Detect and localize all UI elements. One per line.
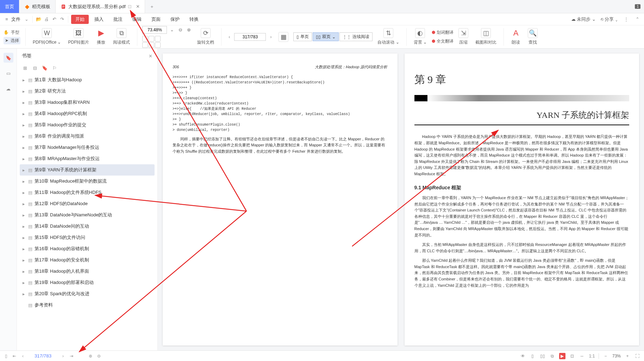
pdf-to-image[interactable]: 🖼PDF转图片: [66, 28, 91, 45]
toc-item[interactable]: ▸▤第4章 Hadoop的RPC机制: [20, 108, 155, 119]
toc-item[interactable]: ▸▤第17章 Hadoop的安全机制: [20, 254, 155, 266]
select-tool[interactable]: ➤选择: [4, 37, 20, 44]
full-translate[interactable]: ⬢全文翻译: [432, 38, 454, 44]
undo-icon[interactable]: ↶: [51, 17, 57, 22]
read-mode[interactable]: ⧉阅读模式: [111, 28, 132, 45]
eye-icon[interactable]: 👁: [520, 354, 526, 359]
first-page-icon[interactable]: ⇤: [12, 354, 17, 359]
hamburger-icon[interactable]: ≡: [4, 17, 10, 22]
play-button[interactable]: ▶播放: [94, 28, 108, 45]
hand-tool[interactable]: ✋手型: [4, 30, 20, 36]
toc-item[interactable]: ▸▤第13章 DataNode与NameNode的互动: [20, 209, 155, 221]
toc-item[interactable]: ▸▤第12章 HDFS的DataNode: [20, 198, 155, 209]
sync-status[interactable]: ☁ 未同步 ⌄: [571, 16, 596, 23]
new-tab-button[interactable]: ＋: [145, 0, 159, 13]
outline-rail-icon[interactable]: ▭: [4, 68, 13, 78]
add-page-icon[interactable]: ⊕: [88, 354, 93, 359]
toc-item[interactable]: ▸▤第19章 Hadoop的部署和启动: [20, 277, 155, 288]
status-collapse-icon[interactable]: ▯: [4, 354, 8, 359]
fit-width-icon[interactable]: ↔: [579, 354, 585, 359]
continuous-button[interactable]: ⋮⋮连续阅读: [339, 32, 373, 41]
more-icon[interactable]: ⋮: [623, 17, 629, 22]
tab-docker-template[interactable]: ◆ 稻壳模板: [19, 0, 56, 13]
redo-icon[interactable]: ↷: [59, 17, 65, 22]
toc-item[interactable]: ▸▤第1章 大数据与Hadoop: [20, 74, 155, 86]
menu-edit[interactable]: 编辑: [128, 15, 146, 24]
toc-item[interactable]: ▸▤第5章 Hadoop作业的提交: [20, 119, 155, 131]
fit-page-icon[interactable]: ⊡: [569, 354, 575, 359]
print-icon[interactable]: 🖨: [43, 17, 50, 22]
toc-item[interactable]: ▸▤第15章 HDFS的文件访问: [20, 232, 155, 243]
tab-pin-icon[interactable]: ⊡: [128, 4, 132, 9]
actual-size-icon[interactable]: 1:1: [589, 354, 595, 359]
zoom-input[interactable]: [142, 26, 167, 34]
pdf-to-office[interactable]: WPDF转Office ⌄: [31, 28, 63, 45]
page-input[interactable]: [234, 33, 266, 41]
toc-item[interactable]: ▸▤第8章 MRAppMaster与作业投运: [20, 153, 155, 164]
background-button[interactable]: ◐背景 ⌄: [412, 28, 429, 45]
remove-bookmark-icon[interactable]: ⊟: [32, 65, 38, 71]
fit-5[interactable]: [149, 42, 154, 48]
fit-3[interactable]: [155, 36, 161, 42]
menu-insert[interactable]: 插入: [90, 15, 108, 24]
zoom-out-status-icon[interactable]: −: [602, 354, 609, 359]
delete-page-icon[interactable]: ⊖: [96, 354, 101, 359]
tab-home[interactable]: 首页: [0, 0, 19, 13]
fit-2[interactable]: [149, 36, 154, 42]
fullscreen-icon[interactable]: ⛶: [634, 354, 640, 359]
single-page-button[interactable]: ▯单页: [293, 32, 312, 41]
view-double-icon[interactable]: ▯▯: [539, 354, 546, 359]
menu-annotate[interactable]: 批注: [109, 15, 127, 24]
thumbnail-button[interactable]: ▦: [276, 32, 290, 42]
caret-up-icon[interactable]: ⌃: [634, 17, 640, 22]
read-aloud[interactable]: A朗读: [509, 28, 523, 45]
notification-badge[interactable]: 1: [635, 4, 640, 9]
last-page-icon[interactable]: ⇥: [69, 354, 74, 359]
bookmark-outline-icon[interactable]: ⚐: [51, 65, 58, 71]
next-page-status-icon[interactable]: ›: [61, 354, 65, 359]
cloud-rail-icon[interactable]: ☁: [4, 84, 13, 94]
prev-page-icon[interactable]: ‹: [226, 34, 232, 39]
find-button[interactable]: 🔍查找: [526, 28, 540, 45]
view-book-icon[interactable]: ⧉: [549, 354, 556, 359]
chevron-down-icon[interactable]: ⌄: [23, 17, 30, 22]
bookmark-rail-icon[interactable]: 🔖: [4, 53, 13, 63]
toc-item[interactable]: ▸▤第18章 Hadoop的人机界面: [20, 266, 155, 277]
rotate-doc[interactable]: ⟳旋转文档: [195, 28, 216, 45]
menu-protect[interactable]: 保护: [166, 15, 184, 24]
compress-button[interactable]: ⇲压缩: [456, 28, 470, 45]
tab-active-pdf[interactable]: P 大数据处理系统...景分析.pdf ⊡ ✕: [56, 0, 145, 13]
auto-scroll[interactable]: ⇅自动滚动 ⌄: [375, 28, 401, 45]
zoom-out-icon[interactable]: ⊖: [177, 27, 184, 32]
share-button[interactable]: ⎋ 分享 ⌄: [601, 16, 618, 23]
toc-item[interactable]: ▸▤第2章 研究方法: [20, 86, 155, 97]
toc-item[interactable]: ▸▤第9章 YARN子系统的计算框架: [20, 164, 155, 176]
toc-item[interactable]: ▸▤第7章 NodeManager与任务投运: [20, 142, 155, 153]
menu-start[interactable]: 开始: [71, 15, 89, 24]
dict-translate[interactable]: ⬢划词翻译: [432, 30, 454, 36]
toc-item[interactable]: ▸▤第11章 Hadoop的文件系统HDFS: [20, 187, 155, 198]
menu-convert[interactable]: 转换: [185, 15, 203, 24]
page-viewer[interactable]: 306大数据处理系统：Hadoop 源代码情景分析 >++>>++ if(ite…: [158, 49, 644, 350]
menu-file[interactable]: 文件: [11, 16, 20, 23]
play-status-icon[interactable]: ▶: [559, 353, 565, 359]
add-bookmark-icon[interactable]: ⊞: [22, 65, 28, 71]
toc-item[interactable]: ▸▤第16章 Hadoop的容错机制: [20, 243, 155, 254]
bookmark-icon[interactable]: 🔖: [42, 65, 48, 71]
status-page-input[interactable]: [29, 353, 57, 359]
prev-page-status-icon[interactable]: ‹: [20, 354, 25, 359]
next-page-icon[interactable]: ›: [268, 34, 274, 39]
toc-item[interactable]: ▸▤第3章 Hadoop集群和YARN: [20, 97, 155, 108]
toc-item[interactable]: ▸▤第6章 作业的调度与指派: [20, 131, 155, 142]
zoom-in-icon[interactable]: ⊕: [185, 27, 192, 32]
screenshot-button[interactable]: ◫截图和对比: [473, 28, 499, 45]
toc-item[interactable]: ▸▤第10章 MapReduce框架中的数据流: [20, 176, 155, 187]
fit-6[interactable]: [155, 42, 161, 48]
fit-1[interactable]: [142, 36, 148, 42]
close-tab-icon[interactable]: ✕: [136, 4, 140, 9]
double-page-button[interactable]: ▯▯双页 ⌄: [313, 32, 339, 41]
zoom-dropdown-icon[interactable]: ⌄: [168, 27, 175, 32]
zoom-in-status-icon[interactable]: +: [624, 354, 631, 359]
menu-page[interactable]: 页面: [147, 15, 165, 24]
toc-item[interactable]: ▸▤第14章 DataNode间的互动: [20, 221, 155, 232]
